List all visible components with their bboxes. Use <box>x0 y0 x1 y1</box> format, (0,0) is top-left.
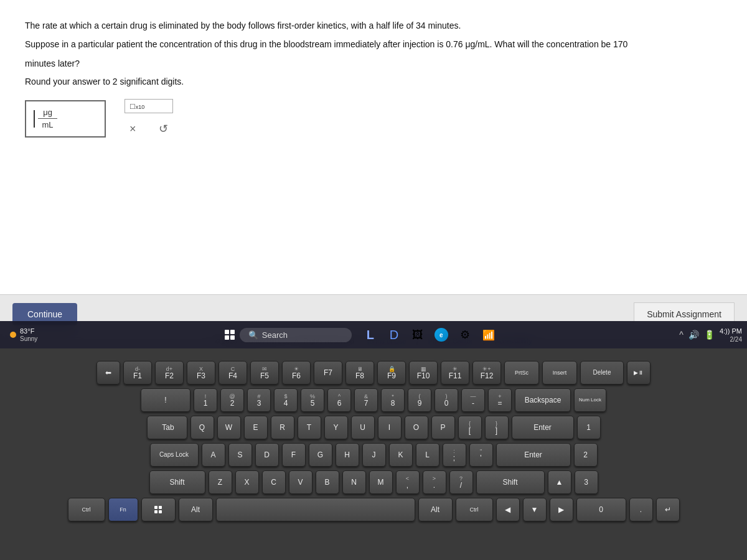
key-f5[interactable]: ✉F5 <box>250 361 279 385</box>
key-2[interactable]: @2 <box>220 388 244 412</box>
key-l[interactable]: L <box>416 443 439 467</box>
taskbar-app-d[interactable]: D <box>383 324 405 346</box>
key-np-dot[interactable]: . <box>629 498 653 521</box>
key-enter[interactable]: Enter <box>512 416 574 439</box>
key-f10[interactable]: ▦F10 <box>409 361 438 385</box>
key-f7[interactable]: F7 <box>314 361 342 385</box>
key-ctrl-left[interactable]: Ctrl <box>68 498 105 521</box>
key-caps-lock[interactable]: Caps Lock <box>150 443 199 467</box>
key-space[interactable] <box>216 498 415 521</box>
fraction-input-box[interactable]: μg mL <box>25 100 106 138</box>
clear-button[interactable]: × <box>125 119 141 138</box>
key-shift-left[interactable]: Shift <box>149 470 205 494</box>
key-o[interactable]: O <box>405 416 428 439</box>
key-np-enter[interactable]: ↵ <box>656 498 680 521</box>
key-9[interactable]: (9 <box>408 388 431 412</box>
key-fn-left[interactable]: Fn <box>108 498 138 521</box>
key-minus[interactable]: —- <box>461 388 485 412</box>
volume-icon[interactable]: 🔊 <box>688 330 699 340</box>
key-shift-right[interactable]: Shift <box>476 470 545 494</box>
key-comma[interactable]: <, <box>396 470 420 494</box>
key-j[interactable]: J <box>362 443 386 467</box>
key-1[interactable]: !1 <box>194 388 217 412</box>
key-np3[interactable]: 3 <box>575 470 598 494</box>
key-w[interactable]: W <box>217 416 241 439</box>
key-quote[interactable]: "' <box>469 443 493 467</box>
key-f12[interactable]: ✳+F12 <box>472 361 501 385</box>
key-f8[interactable]: 🖥F8 <box>345 361 374 385</box>
key-i[interactable]: I <box>378 416 402 439</box>
key-rbracket[interactable]: }] <box>485 416 509 439</box>
key-insert[interactable]: Insert <box>542 361 577 385</box>
system-clock[interactable]: 4:)) PM 2/24 <box>720 327 742 342</box>
key-semicolon[interactable]: :; <box>443 443 466 467</box>
key-f4[interactable]: CF4 <box>218 361 247 385</box>
taskbar-search[interactable]: 🔍 Search <box>240 328 352 342</box>
key-7[interactable]: &7 <box>354 388 378 412</box>
key-x[interactable]: X <box>235 470 259 494</box>
key-ctrl-right[interactable]: Ctrl <box>456 498 493 521</box>
key-v[interactable]: V <box>289 470 312 494</box>
key-media-play[interactable]: ▶⏸ <box>627 361 651 385</box>
battery-icon[interactable]: 🔋 <box>704 330 715 340</box>
key-win-left[interactable] <box>141 498 176 521</box>
key-np0[interactable]: 0 <box>576 498 626 521</box>
taskbar-app-wifi[interactable]: 📶 <box>477 324 500 346</box>
key-equals[interactable]: += <box>488 388 512 412</box>
key-period[interactable]: >. <box>423 470 446 494</box>
weather-widget[interactable]: 83°F Sunny <box>5 325 42 345</box>
key-q[interactable]: Q <box>190 416 214 439</box>
key-k[interactable]: K <box>389 443 413 467</box>
key-c[interactable]: C <box>262 470 286 494</box>
key-lbracket[interactable]: {[ <box>458 416 482 439</box>
key-f[interactable]: F <box>282 443 306 467</box>
key-delete[interactable]: Delete <box>580 361 624 385</box>
key-alt-left[interactable]: Alt <box>179 498 213 521</box>
key-left-arrow[interactable]: ◀ <box>496 498 520 521</box>
key-n[interactable]: N <box>342 470 366 494</box>
key-s[interactable]: S <box>228 443 252 467</box>
key-np1[interactable]: 1 <box>577 416 601 439</box>
key-prtsc[interactable]: PrtSc <box>504 361 539 385</box>
key-enter-2[interactable]: Enter <box>496 443 571 467</box>
key-tab[interactable]: Tab <box>147 416 187 439</box>
key-r[interactable]: R <box>271 416 294 439</box>
chevron-up-icon[interactable]: ^ <box>679 330 684 340</box>
taskbar-app-settings[interactable]: ⚙ <box>454 324 476 346</box>
key-3[interactable]: #3 <box>247 388 271 412</box>
key-d[interactable]: D <box>255 443 279 467</box>
taskbar-app-photos[interactable]: 🖼 <box>406 324 429 346</box>
key-f1[interactable]: d-F1 <box>123 361 152 385</box>
key-h[interactable]: H <box>336 443 359 467</box>
key-u[interactable]: U <box>351 416 375 439</box>
key-down-arrow[interactable]: ▼ <box>523 498 547 521</box>
taskbar-app-files[interactable]: L <box>359 324 382 346</box>
key-6[interactable]: ^6 <box>327 388 351 412</box>
key-4[interactable]: $4 <box>274 388 298 412</box>
key-back-arrow[interactable]: ⬅ <box>96 361 120 385</box>
key-8[interactable]: *8 <box>381 388 405 412</box>
key-y[interactable]: Y <box>324 416 348 439</box>
superscript-button[interactable]: □ x10 <box>125 99 173 113</box>
key-b[interactable]: B <box>316 470 339 494</box>
key-numlock[interactable]: Num Lock <box>574 388 606 412</box>
key-a[interactable]: A <box>202 443 225 467</box>
key-t[interactable]: T <box>298 416 321 439</box>
key-alt-right[interactable]: Alt <box>418 498 453 521</box>
key-backspace[interactable]: Backspace <box>515 388 571 412</box>
key-np2[interactable]: 2 <box>574 443 598 467</box>
key-f2[interactable]: d+F2 <box>155 361 184 385</box>
key-f9[interactable]: 🔒F9 <box>377 361 406 385</box>
key-slash[interactable]: ?/ <box>449 470 473 494</box>
undo-button[interactable]: ↺ <box>154 119 173 138</box>
key-m[interactable]: M <box>369 470 393 494</box>
key-g[interactable]: G <box>309 443 332 467</box>
key-up-arrow[interactable]: ▲ <box>548 470 571 494</box>
taskbar-app-edge[interactable]: e <box>430 324 453 346</box>
key-p[interactable]: P <box>431 416 455 439</box>
key-f11[interactable]: ✳F11 <box>441 361 469 385</box>
key-5[interactable]: %5 <box>301 388 324 412</box>
key-f6[interactable]: ☀F6 <box>282 361 311 385</box>
key-right-arrow[interactable]: ▶ <box>550 498 573 521</box>
key-e[interactable]: E <box>244 416 268 439</box>
